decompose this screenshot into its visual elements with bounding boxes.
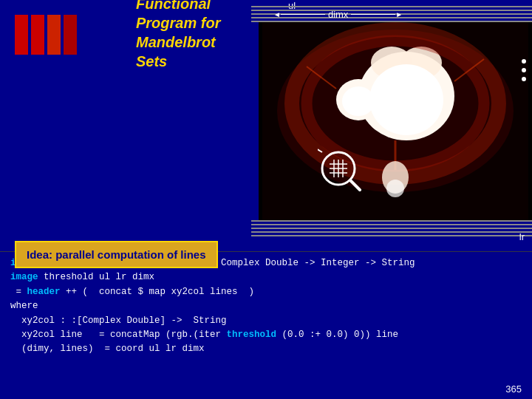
slide-title: Example: Functional Program for Mandelbr… (136, 0, 236, 71)
code-line-2: image threshold ul lr dimx (10, 270, 522, 284)
magnifier-icon (318, 148, 362, 192)
idea-box: Idea: parallel computation of lines (15, 241, 218, 268)
code-line-5: xy2col : :[Complex Double] -> String (10, 314, 522, 328)
lr-label: lr (519, 231, 525, 242)
dimx-indicator: ◄ dimx ► (273, 9, 403, 20)
top-section: Example: Functional Program for Mandelbr… (0, 0, 532, 251)
code-line-7: (dimy, lines) = coord ul lr dimx (10, 342, 522, 356)
page-number: 365 (505, 383, 522, 395)
dots-decoration (522, 59, 526, 81)
right-panel: ul ◄ dimx ► (251, 0, 532, 251)
code-line-3: = header ++ ( concat $ map xy2col lines … (10, 285, 522, 299)
mandelbrot-image (259, 22, 532, 222)
code-line-6: xy2col line = concatMap (rgb.(iter thres… (10, 328, 522, 342)
bottom-lines (251, 220, 532, 236)
svg-point-7 (342, 86, 375, 116)
svg-line-22 (350, 180, 360, 190)
code-line-4: where (10, 299, 522, 313)
svg-point-6 (369, 64, 443, 135)
svg-line-23 (318, 148, 322, 152)
left-panel: Example: Functional Program for Mandelbr… (0, 0, 251, 251)
svg-point-14 (386, 180, 404, 197)
stripe-decoration (15, 15, 77, 55)
